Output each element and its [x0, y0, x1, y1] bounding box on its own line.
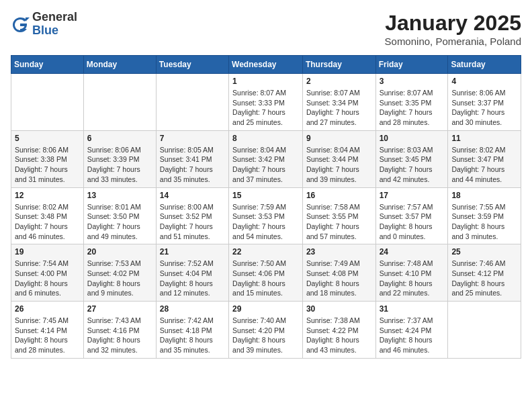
day-info: Sunrise: 8:00 AM Sunset: 3:52 PM Dayligh… [160, 202, 225, 242]
day-info: Sunrise: 7:55 AM Sunset: 3:59 PM Dayligh… [451, 202, 517, 242]
page-header: General Blue January 2025 Somonino, Pome… [11, 11, 521, 47]
weekday-header: Sunday [11, 56, 84, 74]
day-info: Sunrise: 7:52 AM Sunset: 4:04 PM Dayligh… [160, 259, 225, 298]
weekday-header: Tuesday [156, 56, 228, 74]
calendar-day-cell: 16Sunrise: 7:58 AM Sunset: 3:55 PM Dayli… [302, 187, 375, 244]
day-number: 24 [380, 247, 445, 257]
day-number: 31 [380, 304, 445, 314]
day-number: 2 [306, 77, 372, 86]
day-number: 15 [232, 191, 299, 200]
day-number: 25 [451, 247, 517, 257]
day-info: Sunrise: 8:07 AM Sunset: 3:35 PM Dayligh… [380, 88, 445, 128]
weekday-header-row: SundayMondayTuesdayWednesdayThursdayFrid… [11, 56, 521, 74]
calendar-day-cell: 9Sunrise: 8:04 AM Sunset: 3:44 PM Daylig… [302, 130, 375, 187]
calendar-day-cell: 18Sunrise: 7:55 AM Sunset: 3:59 PM Dayli… [448, 187, 521, 244]
calendar-day-cell: 19Sunrise: 7:54 AM Sunset: 4:00 PM Dayli… [11, 244, 84, 302]
day-number: 27 [87, 304, 152, 314]
calendar-day-cell: 2Sunrise: 8:07 AM Sunset: 3:34 PM Daylig… [302, 74, 375, 131]
calendar-day-cell: 24Sunrise: 7:48 AM Sunset: 4:10 PM Dayli… [375, 244, 448, 302]
day-info: Sunrise: 7:59 AM Sunset: 3:53 PM Dayligh… [232, 202, 299, 242]
calendar-day-cell: 31Sunrise: 7:37 AM Sunset: 4:24 PM Dayli… [375, 302, 448, 359]
weekday-header: Saturday [448, 56, 521, 74]
calendar-day-cell: 11Sunrise: 8:02 AM Sunset: 3:47 PM Dayli… [448, 130, 521, 187]
day-number: 18 [451, 191, 517, 200]
day-number: 14 [160, 191, 225, 200]
calendar-day-cell: 5Sunrise: 8:06 AM Sunset: 3:38 PM Daylig… [11, 130, 84, 187]
day-info: Sunrise: 8:03 AM Sunset: 3:45 PM Dayligh… [380, 145, 445, 185]
day-number: 9 [306, 134, 372, 143]
weekday-header: Monday [83, 56, 156, 74]
day-number: 8 [232, 134, 299, 143]
day-number: 20 [87, 247, 152, 257]
calendar-day-cell: 12Sunrise: 8:02 AM Sunset: 3:48 PM Dayli… [11, 187, 84, 244]
calendar-day-cell: 26Sunrise: 7:45 AM Sunset: 4:14 PM Dayli… [11, 302, 84, 359]
logo-blue: Blue [32, 24, 77, 38]
day-info: Sunrise: 7:48 AM Sunset: 4:10 PM Dayligh… [380, 259, 445, 298]
calendar-day-cell: 7Sunrise: 8:05 AM Sunset: 3:41 PM Daylig… [156, 130, 228, 187]
calendar-day-cell: 3Sunrise: 8:07 AM Sunset: 3:35 PM Daylig… [375, 74, 448, 131]
logo: General Blue [11, 11, 77, 38]
day-number: 4 [451, 77, 517, 86]
calendar-day-cell: 4Sunrise: 8:06 AM Sunset: 3:37 PM Daylig… [448, 74, 521, 131]
day-number: 7 [160, 134, 225, 143]
logo-icon [11, 15, 30, 34]
day-number: 6 [87, 134, 152, 143]
day-info: Sunrise: 7:50 AM Sunset: 4:06 PM Dayligh… [232, 259, 299, 298]
day-number: 3 [380, 77, 445, 86]
day-number: 17 [380, 191, 445, 200]
calendar-day-cell: 10Sunrise: 8:03 AM Sunset: 3:45 PM Dayli… [375, 130, 448, 187]
day-info: Sunrise: 7:42 AM Sunset: 4:18 PM Dayligh… [160, 316, 225, 355]
month-title: January 2025 [385, 11, 521, 36]
day-number: 16 [306, 191, 372, 200]
day-info: Sunrise: 8:06 AM Sunset: 3:37 PM Dayligh… [451, 88, 517, 128]
calendar-day-cell: 28Sunrise: 7:42 AM Sunset: 4:18 PM Dayli… [156, 302, 228, 359]
day-info: Sunrise: 8:07 AM Sunset: 3:34 PM Dayligh… [306, 88, 372, 128]
calendar-table: SundayMondayTuesdayWednesdayThursdayFrid… [11, 55, 521, 359]
day-info: Sunrise: 7:54 AM Sunset: 4:00 PM Dayligh… [15, 259, 80, 298]
day-info: Sunrise: 7:37 AM Sunset: 4:24 PM Dayligh… [380, 316, 445, 355]
calendar-day-cell: 14Sunrise: 8:00 AM Sunset: 3:52 PM Dayli… [156, 187, 228, 244]
day-info: Sunrise: 8:02 AM Sunset: 3:48 PM Dayligh… [15, 202, 80, 242]
day-number: 26 [15, 304, 80, 314]
day-info: Sunrise: 8:01 AM Sunset: 3:50 PM Dayligh… [87, 202, 152, 242]
calendar-week-row: 1Sunrise: 8:07 AM Sunset: 3:33 PM Daylig… [11, 74, 521, 131]
day-number: 12 [15, 191, 80, 200]
day-info: Sunrise: 8:04 AM Sunset: 3:44 PM Dayligh… [306, 145, 372, 185]
logo-text: General Blue [32, 11, 77, 38]
logo-general: General [32, 11, 77, 24]
calendar-day-cell: 23Sunrise: 7:49 AM Sunset: 4:08 PM Dayli… [302, 244, 375, 302]
calendar-day-cell: 13Sunrise: 8:01 AM Sunset: 3:50 PM Dayli… [83, 187, 156, 244]
calendar-day-cell: 6Sunrise: 8:06 AM Sunset: 3:39 PM Daylig… [83, 130, 156, 187]
calendar-day-cell: 8Sunrise: 8:04 AM Sunset: 3:42 PM Daylig… [229, 130, 303, 187]
day-number: 19 [15, 247, 80, 257]
day-number: 10 [380, 134, 445, 143]
day-number: 5 [15, 134, 80, 143]
day-info: Sunrise: 8:05 AM Sunset: 3:41 PM Dayligh… [160, 145, 225, 185]
day-info: Sunrise: 7:58 AM Sunset: 3:55 PM Dayligh… [306, 202, 372, 242]
calendar-day-cell: 17Sunrise: 7:57 AM Sunset: 3:57 PM Dayli… [375, 187, 448, 244]
title-block: January 2025 Somonino, Pomerania, Poland [385, 11, 521, 47]
calendar-day-cell [448, 302, 521, 359]
calendar-day-cell: 20Sunrise: 7:53 AM Sunset: 4:02 PM Dayli… [83, 244, 156, 302]
day-info: Sunrise: 7:38 AM Sunset: 4:22 PM Dayligh… [306, 316, 372, 355]
day-info: Sunrise: 8:02 AM Sunset: 3:47 PM Dayligh… [451, 145, 517, 185]
day-info: Sunrise: 8:04 AM Sunset: 3:42 PM Dayligh… [232, 145, 299, 185]
day-info: Sunrise: 7:46 AM Sunset: 4:12 PM Dayligh… [451, 259, 517, 298]
day-number: 30 [306, 304, 372, 314]
day-number: 22 [232, 247, 299, 257]
day-number: 29 [232, 304, 299, 314]
calendar-week-row: 5Sunrise: 8:06 AM Sunset: 3:38 PM Daylig… [11, 130, 521, 187]
day-info: Sunrise: 7:45 AM Sunset: 4:14 PM Dayligh… [15, 316, 80, 355]
weekday-header: Friday [375, 56, 448, 74]
weekday-header: Wednesday [229, 56, 303, 74]
day-info: Sunrise: 7:40 AM Sunset: 4:20 PM Dayligh… [232, 316, 299, 355]
day-info: Sunrise: 7:57 AM Sunset: 3:57 PM Dayligh… [380, 202, 445, 242]
day-number: 1 [232, 77, 299, 86]
calendar-week-row: 19Sunrise: 7:54 AM Sunset: 4:00 PM Dayli… [11, 244, 521, 302]
calendar-day-cell [11, 74, 84, 131]
calendar-day-cell: 25Sunrise: 7:46 AM Sunset: 4:12 PM Dayli… [448, 244, 521, 302]
day-info: Sunrise: 8:06 AM Sunset: 3:39 PM Dayligh… [87, 145, 152, 185]
calendar-day-cell: 15Sunrise: 7:59 AM Sunset: 3:53 PM Dayli… [229, 187, 303, 244]
day-info: Sunrise: 7:49 AM Sunset: 4:08 PM Dayligh… [306, 259, 372, 298]
day-number: 13 [87, 191, 152, 200]
